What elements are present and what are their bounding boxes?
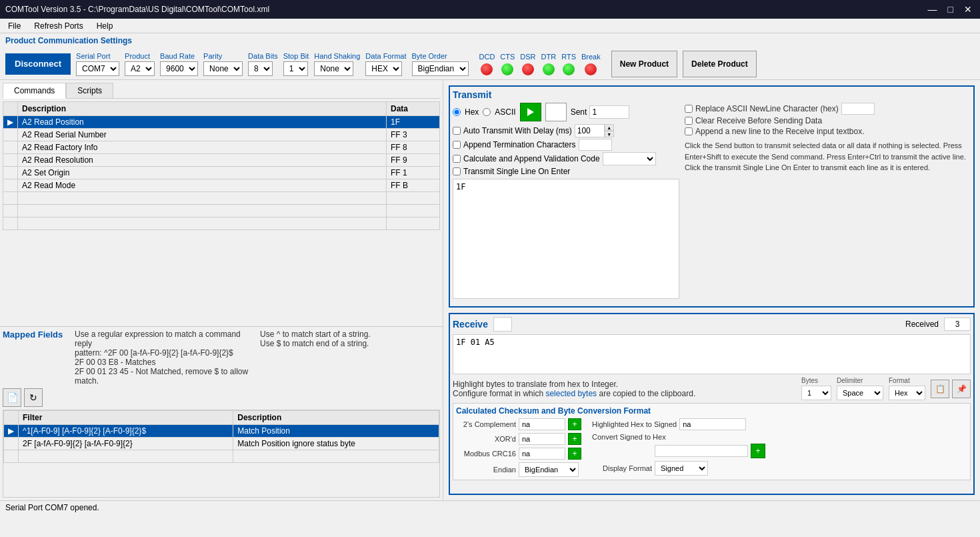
- delay-input[interactable]: [575, 124, 605, 137]
- auto-transmit-checkbox[interactable]: [453, 127, 461, 135]
- data-format-select[interactable]: HEX: [365, 61, 402, 76]
- append-newline-checkbox[interactable]: [685, 127, 693, 135]
- clear-receive-checkbox[interactable]: [685, 117, 693, 125]
- mapped-fields-area: Mapped Fields Use a regular expression t…: [0, 327, 443, 500]
- sent-input[interactable]: [589, 105, 629, 119]
- mapped-add-button[interactable]: 📄: [3, 388, 21, 407]
- product-select[interactable]: A2: [125, 61, 155, 76]
- paste-button[interactable]: 📌: [952, 380, 971, 398]
- menu-file[interactable]: File: [3, 20, 26, 32]
- format-select[interactable]: Hex: [889, 386, 925, 400]
- delay-down-button[interactable]: ▼: [605, 131, 614, 137]
- xord-row: XOR'd +: [456, 433, 581, 445]
- dsr-label: DSR: [520, 53, 535, 61]
- clear-receive-btn[interactable]: [493, 317, 512, 332]
- hand-shaking-select[interactable]: None: [314, 61, 353, 76]
- ascii-label: ASCII: [495, 107, 515, 117]
- command-row-empty[interactable]: [3, 217, 440, 230]
- parity-select[interactable]: None: [203, 61, 243, 76]
- mapped-info5: Use ^ to match start of a string.: [260, 330, 440, 339]
- endian-select[interactable]: BigEndian: [519, 462, 579, 477]
- command-row[interactable]: A2 Read Serial Number FF 3: [3, 129, 440, 141]
- xord-input: [519, 433, 565, 445]
- data-format-label: Data Format: [365, 52, 406, 60]
- command-row-empty[interactable]: [3, 192, 440, 205]
- command-row[interactable]: ▶ A2 Read Position 1F: [3, 116, 440, 129]
- transmit-right-options: Replace ASCII NewLine Character (hex) Cl…: [685, 103, 971, 173]
- mapped-refresh-button[interactable]: ↻: [24, 388, 43, 407]
- modbus-plus-button[interactable]: +: [568, 448, 581, 460]
- transmit-section: Transmit Hex ASCII: [449, 85, 975, 308]
- validation-select[interactable]: [603, 152, 656, 165]
- termination-input[interactable]: [579, 139, 612, 151]
- command-row[interactable]: A2 Read Mode FF B: [3, 179, 440, 192]
- replace-ascii-input[interactable]: [841, 103, 875, 115]
- serial-port-select[interactable]: COM7: [76, 61, 119, 76]
- clear-transmit-button[interactable]: [545, 103, 567, 121]
- command-row-empty[interactable]: [3, 205, 440, 217]
- twos-complement-row: 2's Complement +: [456, 418, 581, 430]
- dcd-indicator: [481, 63, 493, 75]
- transmit-textarea[interactable]: [453, 179, 679, 299]
- command-row[interactable]: A2 Read Resolution FF 9: [3, 154, 440, 167]
- close-button[interactable]: ✕: [961, 4, 975, 15]
- data-bits-select[interactable]: 8: [248, 61, 273, 76]
- append-termination-checkbox[interactable]: [453, 141, 461, 149]
- minimize-button[interactable]: —: [925, 4, 940, 15]
- hand-shaking-label: Hand Shaking: [314, 52, 360, 60]
- twos-label: 2's Complement: [456, 420, 516, 428]
- convert-input[interactable]: [655, 445, 748, 457]
- mapped-info6: Use $ to match end of a string.: [260, 339, 440, 348]
- tab-scripts[interactable]: Scripts: [66, 83, 113, 98]
- command-row[interactable]: A2 Set Origin FF 1: [3, 167, 440, 179]
- stop-bit-select[interactable]: 1: [283, 61, 308, 76]
- xord-label: XOR'd: [456, 435, 516, 443]
- calc-validation-checkbox[interactable]: [453, 155, 461, 163]
- mapped-col-description: Description: [233, 411, 439, 425]
- replace-ascii-checkbox[interactable]: [685, 105, 693, 113]
- delete-product-button[interactable]: Delete Product: [683, 51, 757, 77]
- delimiter-select[interactable]: Space: [837, 386, 883, 400]
- append-termination-row: Append Termination Characters: [453, 139, 679, 151]
- bytes-select[interactable]: 1: [801, 386, 831, 400]
- tab-commands[interactable]: Commands: [3, 83, 66, 99]
- display-format-select[interactable]: Signed: [655, 461, 708, 476]
- display-format-row: Display Format Signed: [592, 461, 765, 476]
- copy-button[interactable]: 📋: [931, 380, 949, 398]
- mapped-filter: ^1[A-F0-9] [A-F0-9]{2} [A-F0-9]{2}$: [19, 425, 233, 438]
- cmd-description: A2 Read Position: [18, 116, 387, 129]
- mapped-row[interactable]: 2F [a-fA-F0-9]{2} [a-fA-F0-9]{2} Match P…: [4, 438, 439, 450]
- menu-help[interactable]: Help: [91, 20, 119, 32]
- disconnect-button[interactable]: Disconnect: [5, 53, 71, 75]
- mapped-row[interactable]: ▶ ^1[A-F0-9] [A-F0-9]{2} [A-F0-9]{2}$ Ma…: [4, 425, 439, 438]
- hex-radio[interactable]: [453, 108, 461, 116]
- checksum-right: Highlighted Hex to Signed Convert Signed…: [592, 418, 765, 477]
- send-button[interactable]: [520, 103, 541, 121]
- cmd-description: A2 Read Mode: [18, 179, 387, 192]
- single-line-checkbox[interactable]: [453, 167, 461, 175]
- checksum-left: 2's Complement + XOR'd + Modbus CRC16: [456, 418, 581, 477]
- byte-order-select[interactable]: BigEndian: [412, 61, 469, 76]
- baud-rate-select[interactable]: 9600: [160, 61, 198, 76]
- title-bar: COMTool Version 3.5 - C:\ProgramData\US …: [0, 0, 980, 19]
- menu-refresh-ports[interactable]: Refresh Ports: [29, 20, 88, 32]
- row-arrow: [3, 129, 18, 141]
- mapped-row-empty[interactable]: [4, 450, 439, 463]
- dcd-indicator-group: DCD: [479, 53, 495, 75]
- commands-area: Commands Scripts Description Data ▶ A2 R…: [0, 80, 443, 327]
- new-product-button[interactable]: New Product: [611, 51, 677, 77]
- twos-plus-button[interactable]: +: [568, 418, 581, 430]
- single-line-row: Transmit Single Line On Enter: [453, 167, 679, 176]
- maximize-button[interactable]: □: [945, 4, 956, 15]
- xord-plus-button[interactable]: +: [568, 433, 581, 445]
- receive-textarea[interactable]: [453, 334, 971, 374]
- mapped-fields-info2: Use ^ to match start of a string. Use $ …: [260, 330, 440, 348]
- cmd-data: FF 9: [387, 154, 440, 167]
- delay-up-button[interactable]: ▲: [605, 124, 614, 131]
- byte-info: Highlight bytes to translate from hex to…: [453, 380, 796, 398]
- ascii-radio[interactable]: [483, 108, 491, 116]
- command-row[interactable]: A2 Read Factory Info FF 8: [3, 141, 440, 154]
- convert-plus-button[interactable]: +: [751, 444, 765, 458]
- bytes-group: Bytes 1: [801, 377, 831, 400]
- checksum-title: Calculated Checksum and Byte Conversion …: [456, 406, 967, 416]
